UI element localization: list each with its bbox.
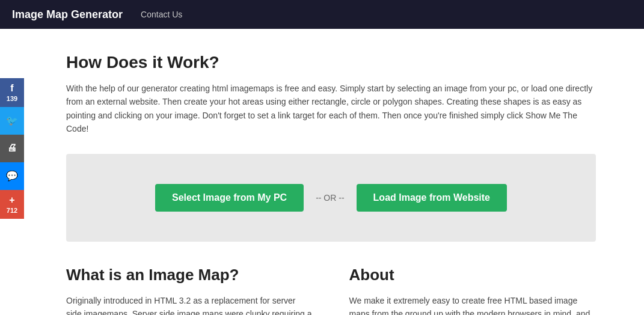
- messenger-icon: 💬: [6, 170, 18, 182]
- print-button[interactable]: 🖨: [0, 135, 24, 162]
- how-it-works-text: With the help of our generator creating …: [66, 82, 596, 136]
- load-image-button[interactable]: Load Image from Website: [357, 184, 507, 212]
- or-separator: -- OR --: [316, 193, 344, 203]
- what-is-title: What is an Image Map?: [66, 266, 313, 284]
- messenger-button[interactable]: 💬: [0, 162, 24, 190]
- navbar: Image Map Generator Contact Us: [0, 0, 644, 29]
- about-title: About: [349, 266, 596, 284]
- bottom-section: What is an Image Map? Originally introdu…: [66, 266, 596, 315]
- twitter-button[interactable]: 🐦: [0, 107, 24, 135]
- upload-area: Select Image from My PC -- OR -- Load Im…: [66, 154, 596, 242]
- plus-count: 712: [7, 207, 17, 214]
- facebook-icon: f: [10, 83, 13, 94]
- about-col: About We make it extremely easy to creat…: [349, 266, 596, 315]
- contact-link[interactable]: Contact Us: [141, 10, 182, 19]
- plus-button[interactable]: + 712: [0, 190, 24, 219]
- facebook-button[interactable]: f 139: [0, 78, 24, 107]
- about-text: We make it extremely easy to create free…: [349, 294, 596, 315]
- what-is-col: What is an Image Map? Originally introdu…: [66, 266, 313, 315]
- facebook-count: 139: [7, 95, 17, 102]
- social-sidebar: f 139 🐦 🖨 💬 + 712: [0, 78, 24, 219]
- navbar-brand: Image Map Generator: [12, 8, 123, 21]
- twitter-icon: 🐦: [6, 115, 18, 126]
- main-content: How Does it Work? With the help of our g…: [30, 29, 644, 315]
- what-is-text: Originally introduced in HTML 3.2 as a r…: [66, 294, 313, 315]
- select-image-button[interactable]: Select Image from My PC: [155, 184, 304, 212]
- how-it-works-title: How Does it Work?: [66, 53, 596, 72]
- plus-icon: +: [9, 195, 14, 206]
- print-icon: 🖨: [7, 142, 17, 153]
